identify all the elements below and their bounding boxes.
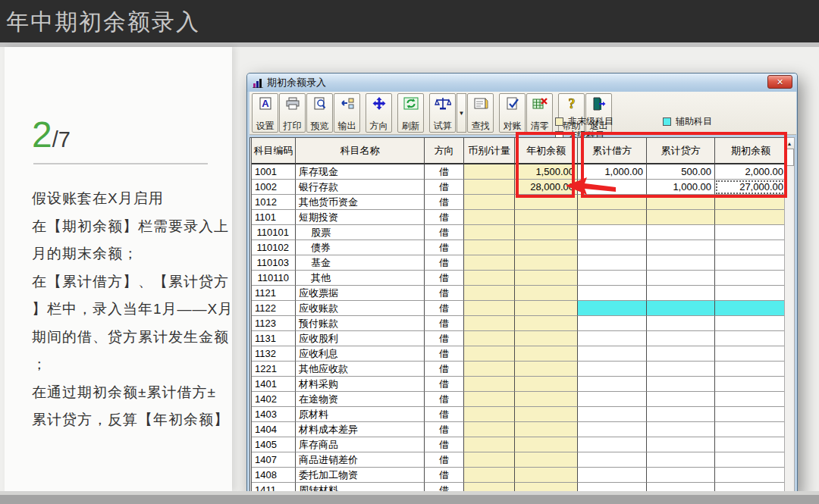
cell-initial-balance[interactable] [715, 225, 787, 240]
cell-initial-balance[interactable] [715, 468, 787, 483]
cell-year-opening-balance[interactable] [515, 407, 578, 422]
table-row[interactable]: 1403原材料借 [252, 407, 787, 422]
cell-cumulative-debit[interactable] [578, 210, 647, 225]
cell-code[interactable]: 110110 [252, 271, 296, 286]
cell-initial-balance[interactable] [715, 331, 787, 346]
cell-code[interactable]: 1123 [252, 316, 296, 331]
cell-year-opening-balance[interactable] [515, 422, 578, 437]
refresh-button[interactable]: 刷新 [397, 93, 424, 133]
cell-year-opening-balance[interactable] [515, 362, 578, 377]
cell-cumulative-credit[interactable] [647, 286, 715, 301]
cell-cumulative-debit[interactable] [578, 346, 647, 362]
cell-currency[interactable] [464, 452, 515, 468]
cell-initial-balance[interactable] [715, 452, 787, 468]
cell-initial-balance[interactable] [715, 407, 787, 422]
cell-direction[interactable]: 借 [425, 422, 464, 437]
cell-currency[interactable] [464, 164, 515, 180]
cell-cumulative-credit[interactable] [647, 468, 715, 483]
cell-direction[interactable]: 借 [425, 210, 464, 225]
cell-year-opening-balance[interactable] [515, 331, 578, 346]
cell-cumulative-debit[interactable] [578, 316, 647, 331]
cell-code[interactable]: 1403 [252, 407, 296, 422]
cell-currency[interactable] [464, 392, 515, 407]
cell-year-opening-balance[interactable] [515, 301, 578, 316]
cell-name[interactable]: 商品进销差价 [296, 452, 425, 468]
cell-direction[interactable]: 借 [425, 255, 464, 271]
cell-cumulative-debit[interactable] [578, 331, 647, 346]
cell-cumulative-debit[interactable] [578, 362, 647, 377]
cell-currency[interactable] [464, 377, 515, 392]
cell-currency[interactable] [464, 255, 515, 271]
cell-currency[interactable] [464, 210, 515, 225]
cell-cumulative-debit[interactable] [578, 422, 647, 437]
table-row[interactable]: 1121应收票据借 [252, 286, 787, 301]
table-row[interactable]: 1002银行存款借28,000.001,000.0027,000.00 [252, 180, 787, 195]
cell-code[interactable]: 1402 [252, 392, 296, 407]
table-row[interactable]: 110103基金借 [252, 255, 787, 271]
cell-year-opening-balance[interactable] [515, 316, 578, 331]
cell-cumulative-credit[interactable] [647, 392, 715, 407]
close-button[interactable]: ✕ [767, 75, 792, 89]
cell-initial-balance[interactable] [715, 271, 787, 286]
cell-currency[interactable] [464, 422, 515, 437]
cell-currency[interactable] [464, 362, 515, 377]
table-row[interactable]: 110110其他借 [252, 271, 787, 286]
cell-initial-balance[interactable] [715, 240, 787, 255]
cell-cumulative-credit[interactable] [647, 422, 715, 437]
cell-code[interactable]: 1132 [252, 346, 296, 362]
reconcile-button[interactable]: 对账 [499, 93, 526, 133]
cell-code[interactable]: 1131 [252, 331, 296, 346]
cell-initial-balance[interactable]: 27,000.00 [715, 180, 787, 195]
vertical-scrollbar[interactable]: ▲ [784, 137, 795, 495]
cell-cumulative-debit[interactable] [578, 271, 647, 286]
cell-year-opening-balance[interactable] [515, 286, 578, 301]
cell-cumulative-credit[interactable] [647, 437, 715, 452]
cell-cumulative-credit[interactable] [647, 452, 715, 468]
cell-cumulative-debit[interactable] [578, 377, 647, 392]
cell-year-opening-balance[interactable] [515, 195, 578, 210]
cell-direction[interactable]: 借 [425, 316, 464, 331]
cell-currency[interactable] [464, 195, 515, 210]
table-row[interactable]: 110101股票借 [252, 225, 787, 240]
cell-direction[interactable]: 借 [425, 164, 464, 180]
cell-name[interactable]: 其他 [296, 271, 425, 286]
cell-currency[interactable] [464, 331, 515, 346]
cell-currency[interactable] [464, 225, 515, 240]
cell-direction[interactable]: 借 [425, 225, 464, 240]
cell-year-opening-balance[interactable]: 28,000.00 [515, 180, 578, 195]
cell-name[interactable]: 原材料 [296, 407, 425, 422]
cell-cumulative-debit[interactable] [578, 195, 647, 210]
cell-year-opening-balance[interactable] [515, 255, 578, 271]
cell-direction[interactable]: 借 [425, 452, 464, 468]
scroll-up-button[interactable]: ▲ [785, 138, 794, 149]
cell-name[interactable]: 银行存款 [296, 180, 425, 195]
cell-name[interactable]: 其他应收款 [296, 362, 425, 377]
cell-name[interactable]: 库存商品 [296, 437, 425, 452]
cell-year-opening-balance[interactable] [515, 452, 578, 468]
cell-currency[interactable] [464, 468, 515, 483]
cell-direction[interactable]: 借 [425, 362, 464, 377]
cell-code[interactable]: 1121 [252, 286, 296, 301]
cell-direction[interactable]: 借 [425, 437, 464, 452]
cell-name[interactable]: 材料采购 [296, 377, 425, 392]
cell-cumulative-debit[interactable]: 1,000.00 [578, 164, 647, 180]
table-row[interactable]: 1131应收股利借 [252, 331, 787, 346]
cell-year-opening-balance[interactable] [515, 437, 578, 452]
cell-initial-balance[interactable] [715, 316, 787, 331]
cell-cumulative-debit[interactable] [578, 286, 647, 301]
table-row[interactable]: 110102债券借 [252, 240, 787, 255]
cell-code[interactable]: 1101 [252, 210, 296, 225]
cell-initial-balance[interactable] [715, 301, 787, 316]
cell-code[interactable]: 1404 [252, 422, 296, 437]
cell-code[interactable]: 1408 [252, 468, 296, 483]
cell-initial-balance[interactable] [715, 362, 787, 377]
cell-year-opening-balance[interactable] [515, 377, 578, 392]
cell-name[interactable]: 股票 [296, 225, 425, 240]
cell-name[interactable]: 其他货币资金 [296, 195, 425, 210]
cell-cumulative-credit[interactable] [647, 240, 715, 255]
cell-currency[interactable] [464, 316, 515, 331]
table-row[interactable]: 1402在途物资借 [252, 392, 787, 407]
cell-initial-balance[interactable] [715, 286, 787, 301]
table-row[interactable]: 1122应收账款借 [252, 301, 787, 316]
cell-currency[interactable] [464, 286, 515, 301]
